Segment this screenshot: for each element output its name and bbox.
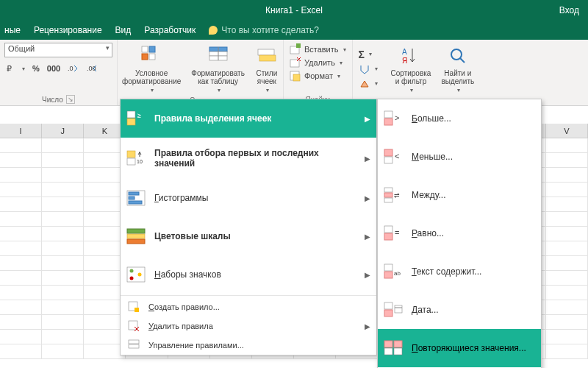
group-label-number: Число (42, 96, 63, 104)
svg-rect-24 (127, 151, 135, 158)
tab-developer[interactable]: Разработчик (144, 25, 196, 35)
color-scales-icon (126, 227, 147, 245)
tab-review[interactable]: Рецензирование (34, 25, 102, 35)
accounting-format-button[interactable]: ₽▾ (4, 62, 26, 75)
svg-rect-30 (129, 201, 142, 204)
fill-button[interactable]: ▾ (357, 63, 379, 76)
cell-styles-icon (255, 44, 279, 68)
decrease-decimal-button[interactable]: .00 (85, 62, 100, 75)
date-icon (384, 301, 404, 319)
svg-text:<: < (395, 152, 399, 160)
svg-rect-11 (258, 49, 274, 55)
format-cells-button[interactable]: Формат▾ (288, 69, 348, 82)
col-header[interactable]: I (0, 124, 42, 138)
svg-text:A: A (402, 48, 407, 56)
svg-rect-60 (384, 310, 392, 316)
svg-rect-14 (296, 43, 301, 48)
submenu-equal-to[interactable]: = Равно... (378, 214, 541, 252)
menu-new-rule[interactable]: Создать правило... (121, 297, 376, 316)
conditional-formatting-button[interactable]: Условное форматирование▾ (119, 43, 184, 95)
svg-text:₽: ₽ (7, 64, 12, 73)
svg-rect-61 (395, 305, 402, 313)
svg-point-37 (138, 273, 142, 277)
bulb-icon (209, 26, 218, 35)
submenu-duplicate-values[interactable]: Повторяющиеся значения... (378, 329, 541, 367)
svg-rect-44 (384, 118, 392, 125)
submenu-arrow-icon: ▶ (365, 155, 370, 163)
menu-highlight-cells-rules[interactable]: ≥ Правила выделения ячеек ▶ (121, 99, 376, 138)
col-header[interactable]: V (546, 124, 588, 138)
svg-text:>: > (395, 113, 399, 122)
svg-point-35 (130, 269, 134, 273)
icon-sets-icon (126, 266, 147, 283)
increase-decimal-button[interactable]: .0 (66, 62, 81, 75)
svg-rect-65 (394, 341, 402, 347)
svg-text:=: = (395, 228, 399, 237)
cf-label: Условное форматирование (122, 69, 181, 85)
ribbon-group-number: Общий ₽▾ % 000 .0 .00 Число↘ (0, 40, 118, 105)
between-icon: ⇌ (384, 186, 404, 204)
highlight-rules-submenu: > Больше... < Меньше... ⇌ Между... = Рав… (377, 99, 542, 368)
find-select-button[interactable]: Найти и выделить▾ (438, 43, 477, 95)
svg-text:10: 10 (137, 159, 143, 164)
format-as-table-button[interactable]: Форматировать как таблицу▾ (188, 43, 248, 95)
ribbon-group-editing: Σ▾ ▾ ▾ AЯ Сортировка и фильтр▾ Найти и в… (353, 40, 482, 105)
ribbon: Общий ₽▾ % 000 .0 .00 Число↘ Условное фо… (0, 40, 588, 106)
highlight-rules-icon: ≥ (126, 110, 147, 127)
svg-rect-41 (129, 340, 139, 344)
manage-rules-icon (126, 339, 141, 351)
menu-icon-sets[interactable]: Наборы значков ▶ (121, 255, 376, 294)
svg-text:.00: .00 (87, 65, 96, 72)
delete-cells-button[interactable]: Удалить▾ (288, 56, 348, 69)
tab-data-partial[interactable]: ные (4, 25, 21, 35)
submenu-date-occurring[interactable]: Дата... (378, 291, 541, 329)
svg-rect-66 (394, 348, 402, 355)
sort-filter-button[interactable]: AЯ Сортировка и фильтр▾ (388, 43, 434, 95)
submenu-arrow-icon: ▶ (365, 322, 370, 330)
menu-data-bars[interactable]: Гистограммы ▶ (121, 179, 376, 217)
svg-text:ab: ab (394, 270, 401, 277)
clear-button[interactable]: ▾ (357, 77, 379, 91)
clear-rules-icon (126, 320, 141, 332)
number-launcher-icon[interactable]: ↘ (66, 95, 75, 104)
top-bottom-icon: 10 (126, 149, 147, 167)
submenu-text-contains[interactable]: ab Текст содержит... (378, 252, 541, 291)
tab-view[interactable]: Вид (115, 25, 132, 35)
menu-manage-rules[interactable]: Управление правилами... (121, 336, 376, 355)
conditional-formatting-icon (140, 44, 163, 68)
ribbon-group-styles: Условное форматирование▾ Форматировать к… (118, 40, 284, 105)
svg-rect-6 (149, 54, 155, 60)
svg-rect-63 (384, 341, 392, 347)
svg-text:Я: Я (402, 57, 407, 65)
menu-clear-rules[interactable]: Удалить правила ▶ (121, 316, 376, 336)
autosum-button[interactable]: Σ▾ (357, 48, 379, 61)
submenu-between[interactable]: ⇌ Между... (378, 176, 541, 214)
format-as-table-icon (207, 44, 230, 68)
svg-rect-64 (384, 348, 392, 355)
submenu-less-than[interactable]: < Меньше... (378, 138, 541, 176)
col-header[interactable]: J (42, 124, 84, 138)
submenu-arrow-icon: ▶ (365, 271, 370, 279)
ribbon-group-cells: Вставить▾ Удалить▾ Формат▾ Ячейки (284, 40, 353, 105)
percent-format-button[interactable]: % (31, 63, 41, 74)
text-contains-icon: ab (384, 263, 404, 280)
menu-top-bottom-rules[interactable]: 10 Правила отбора первых и последних зна… (121, 138, 376, 179)
comma-format-button[interactable]: 000 (46, 63, 62, 74)
ribbon-tabs: ные Рецензирование Вид Разработчик Что в… (0, 21, 588, 40)
cell-styles-button[interactable]: Стили ячеек▾ (252, 43, 282, 95)
account-sign-in[interactable]: Вход (559, 5, 579, 15)
svg-rect-54 (384, 233, 392, 240)
svg-text:⇌: ⇌ (394, 191, 400, 199)
insert-cells-button[interactable]: Вставить▾ (288, 43, 348, 56)
svg-rect-29 (129, 197, 135, 199)
menu-color-scales[interactable]: Цветовые шкалы ▶ (121, 217, 376, 255)
tell-me-search[interactable]: Что вы хотите сделать? (209, 25, 319, 35)
svg-rect-51 (384, 198, 392, 202)
new-rule-icon (126, 301, 141, 313)
svg-rect-47 (384, 157, 392, 163)
svg-rect-53 (384, 226, 392, 233)
svg-rect-46 (384, 149, 392, 156)
submenu-greater-than[interactable]: > Больше... (378, 99, 541, 138)
number-format-combo[interactable]: Общий (4, 43, 112, 57)
conditional-formatting-menu: ≥ Правила выделения ячеек ▶ 10 Правила о… (120, 99, 377, 355)
